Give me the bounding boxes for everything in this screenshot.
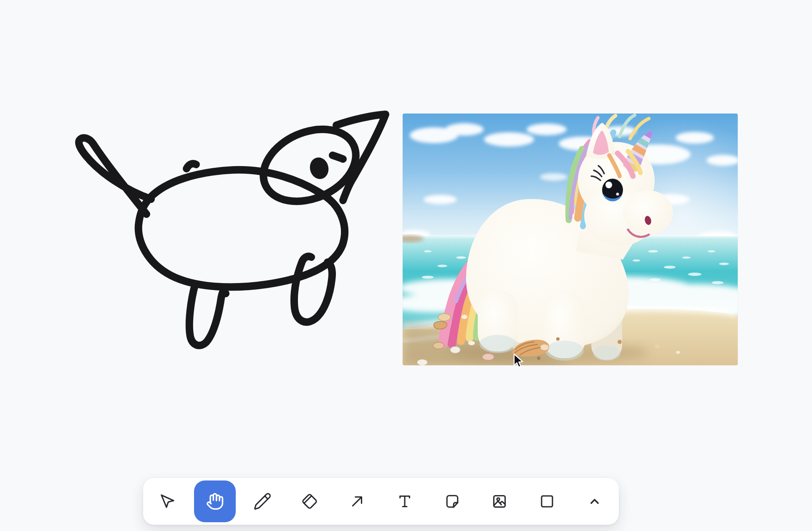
eraser-icon (300, 492, 319, 511)
tool-text-button[interactable] (384, 480, 426, 522)
doodle-head (252, 116, 367, 215)
doodle-body (139, 170, 345, 287)
tool-eraser-button[interactable] (289, 480, 330, 522)
tool-dock (143, 478, 619, 525)
tool-image-button[interactable] (479, 480, 520, 522)
tool-pencil-button[interactable] (242, 480, 283, 522)
whiteboard-canvas[interactable] (0, 0, 812, 531)
doodle-horn (333, 114, 386, 200)
doodle-back-leg (294, 256, 332, 322)
tool-more-button[interactable] (574, 480, 615, 522)
shape-icon (538, 492, 556, 511)
generated-unicorn-image[interactable] (403, 114, 738, 365)
tool-hand-button[interactable] (194, 480, 236, 522)
tool-select-button[interactable] (146, 480, 188, 522)
tool-arrow-button[interactable] (336, 480, 378, 522)
text-icon (396, 492, 414, 511)
doodle-eye (312, 160, 326, 176)
doodle-front-leg (189, 284, 226, 346)
tool-shape-button[interactable] (526, 480, 568, 522)
sticky-note-icon (443, 492, 461, 511)
doodle-tail (79, 138, 151, 214)
cursor-icon (158, 492, 177, 511)
tool-sticky-note-button[interactable] (431, 480, 473, 522)
doodle-back-tick (187, 164, 196, 169)
image-icon (490, 492, 509, 511)
chevron-up-icon (585, 492, 604, 511)
hand-icon (206, 492, 224, 511)
pencil-icon (253, 492, 272, 511)
arrow-icon (348, 492, 366, 511)
